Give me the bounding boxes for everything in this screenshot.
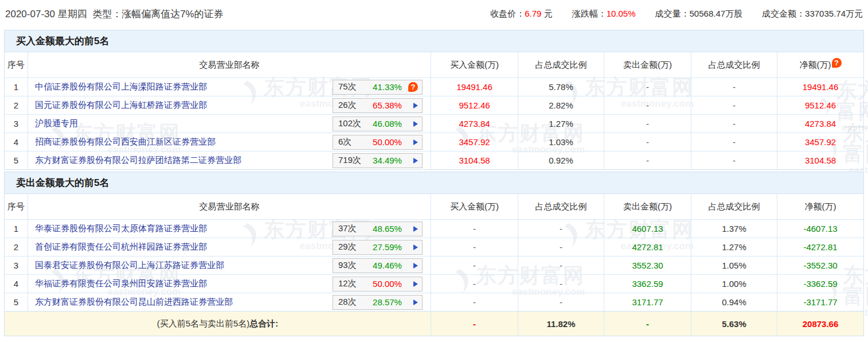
sell-ratio: -	[691, 77, 777, 96]
summary-label: (买入前5名与卖出前5名)总合计:	[5, 311, 431, 336]
branch-stats-badge[interactable]: 12次 50.00%	[333, 277, 423, 292]
sell-amount: 4607.13	[604, 219, 691, 238]
volume-stat: 成交量：50568.47万股	[655, 9, 743, 20]
badge-win-rate: 28.57%	[368, 297, 406, 307]
branch-stats-badge[interactable]: 6次 50.00%	[333, 135, 423, 150]
net-amount: 4273.84	[777, 114, 863, 133]
buy-amount: 3457.92	[431, 133, 518, 151]
branch-link[interactable]: 国泰君安证券股份有限公司上海江苏路证券营业部	[35, 260, 224, 271]
badge-times: 6次	[338, 137, 368, 147]
branch-link[interactable]: 华泰证券股份有限公司太原体育路证券营业部	[35, 223, 207, 234]
col-header-no: 序号	[5, 194, 28, 219]
row-index: 3	[5, 256, 28, 274]
play-arrow-icon[interactable]	[406, 158, 418, 164]
badge-times: 12次	[338, 278, 368, 289]
buy-amount: -	[431, 238, 518, 256]
branch-stats-badge[interactable]: 102次 46.08%	[333, 116, 423, 131]
change-percent-stat: 涨跌幅：10.05%	[572, 9, 636, 20]
play-arrow-icon[interactable]	[406, 121, 418, 127]
branch-link[interactable]: 首创证券有限责任公司杭州祥园路证券营业部	[35, 242, 207, 252]
summary-row: (买入前5名与卖出前5名)总合计: - 11.82% - 5.63% 20873…	[5, 311, 863, 336]
help-icon[interactable]: ?	[832, 58, 842, 68]
net-amount: -4272.81	[777, 238, 863, 256]
sell-table: 序号 交易营业部名称 买入金额(万) 占总成交比例 卖出金额(万) 占总成交比例…	[4, 193, 864, 336]
buy-amount: 9512.46	[431, 96, 518, 114]
branch-stats-badge[interactable]: 719次 34.49%	[333, 153, 423, 168]
table-row: 5 东方财富证券股份有限公司拉萨团结路第二证券营业部 719次 34.49% 3…	[5, 151, 863, 169]
buy-amount: 3104.58	[431, 151, 518, 169]
row-index: 5	[5, 151, 28, 169]
branch-stats-badge[interactable]: 75次 41.33%	[333, 80, 423, 95]
badge-times: 75次	[338, 81, 368, 92]
buy-ratio: 1.27%	[518, 114, 604, 133]
branch-stats-badge[interactable]: 29次 27.59%	[333, 240, 423, 255]
summary-sell-ratio: 5.63%	[691, 311, 777, 336]
sell-amount: 3362.59	[604, 274, 691, 293]
branch-link[interactable]: 中信证券股份有限公司上海溧阳路证券营业部	[35, 81, 207, 92]
branch-stats-badge[interactable]: 93次 49.46%	[333, 258, 423, 273]
col-header-buy: 买入金额(万)	[431, 52, 518, 77]
badge-win-rate: 46.08%	[368, 119, 406, 129]
branch-link[interactable]: 招商证券股份有限公司西安曲江新区证券营业部	[35, 137, 216, 147]
badge-win-rate: 49.46%	[368, 261, 406, 270]
badge-win-rate: 50.00%	[368, 137, 406, 147]
row-index: 1	[5, 77, 28, 96]
sell-amount: -	[604, 114, 691, 133]
buy-ratio: -	[518, 219, 604, 238]
badge-times: 719次	[338, 155, 368, 166]
table-row: 4 华福证券有限责任公司泉州田安路证券营业部 12次 50.00% - - 33…	[5, 274, 863, 293]
col-header-buy-ratio: 占总成交比例	[518, 52, 604, 77]
buy-ratio: 5.78%	[518, 77, 604, 96]
badge-win-rate: 65.38%	[368, 100, 406, 110]
buy-ratio: -	[518, 293, 604, 311]
badge-times: 37次	[338, 223, 368, 234]
summary-sell-amount: -	[604, 311, 691, 336]
row-index: 2	[5, 96, 28, 114]
col-header-no: 序号	[5, 52, 28, 77]
branch-link[interactable]: 国元证券股份有限公司上海虹桥路证券营业部	[35, 100, 207, 111]
row-index: 3	[5, 114, 28, 133]
sell-amount: -	[604, 96, 691, 114]
branch-link[interactable]: 东方财富证券股份有限公司拉萨团结路第二证券营业部	[35, 155, 241, 166]
lhb-detail-page: 东方财富网eastmoney.com 东方财富网eastmoney.com 东方…	[0, 0, 868, 342]
close-price-stat: 收盘价：6.79 元	[490, 9, 552, 20]
play-arrow-icon[interactable]	[406, 226, 418, 232]
sell-ratio: -	[691, 96, 777, 114]
sell-amount: 4272.81	[604, 238, 691, 256]
sell-ratio: -	[691, 151, 777, 169]
branch-stats-badge[interactable]: 37次 48.65%	[333, 221, 423, 236]
sell-amount: -	[604, 151, 691, 169]
play-arrow-icon[interactable]	[406, 263, 418, 269]
branch-stats-badge[interactable]: 28次 28.57%	[333, 295, 423, 310]
play-arrow-icon[interactable]	[406, 139, 418, 145]
net-amount: -3171.77	[777, 293, 863, 311]
sell-ratio: 1.37%	[691, 219, 777, 238]
buy-amount: -	[431, 256, 518, 274]
badge-win-rate: 41.33%	[368, 82, 406, 92]
play-arrow-icon[interactable]	[406, 103, 418, 108]
buy-table-header: 序号 交易营业部名称 买入金额(万) 占总成交比例 卖出金额(万) 占总成交比例…	[5, 52, 863, 77]
row-index: 4	[5, 274, 28, 293]
sell-ratio: 1.05%	[691, 256, 777, 274]
col-header-net: 净额(万)?	[777, 52, 863, 77]
branch-link[interactable]: 东方财富证券股份有限公司昆山前进西路证券营业部	[35, 297, 233, 308]
play-arrow-icon[interactable]	[406, 281, 418, 287]
net-amount: 3457.92	[777, 133, 863, 151]
row-index: 2	[5, 238, 28, 256]
net-amount: -4607.13	[777, 219, 863, 238]
col-header-name: 交易营业部名称	[28, 52, 431, 77]
branch-stats-badge[interactable]: 26次 65.38%	[333, 98, 423, 113]
play-arrow-icon[interactable]	[406, 244, 418, 250]
play-arrow-icon[interactable]	[406, 300, 418, 305]
col-header-name: 交易营业部名称	[28, 194, 431, 219]
branch-link[interactable]: 华福证券有限责任公司泉州田安路证券营业部	[35, 278, 207, 289]
col-header-sell: 卖出金额(万)	[604, 52, 691, 77]
buy-ratio: -	[518, 256, 604, 274]
badge-times: 28次	[338, 297, 368, 308]
branch-link[interactable]: 沪股通专用	[35, 118, 78, 129]
col-header-sell: 卖出金额(万)	[604, 194, 691, 219]
row-index: 4	[5, 133, 28, 151]
sell-ratio: -	[691, 133, 777, 151]
question-icon[interactable]	[406, 82, 418, 92]
col-header-buy-ratio: 占总成交比例	[518, 194, 604, 219]
